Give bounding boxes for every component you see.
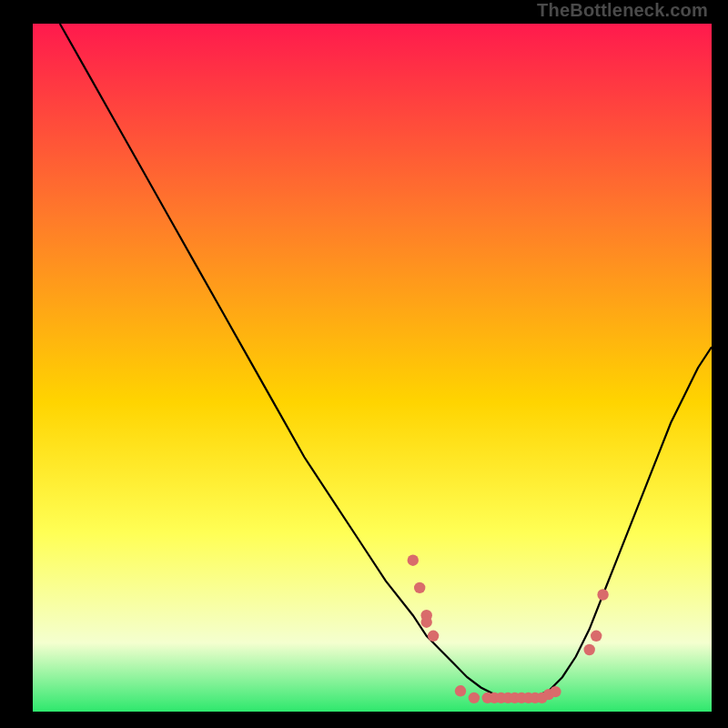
data-point — [414, 582, 425, 593]
data-point — [408, 555, 419, 566]
watermark-text: TheBottleneck.com — [537, 0, 708, 21]
chart-plot — [16, 7, 712, 721]
data-point — [584, 644, 595, 655]
data-point — [455, 685, 466, 696]
data-point — [469, 693, 480, 703]
data-point — [591, 631, 602, 642]
data-point — [421, 617, 432, 628]
data-point — [428, 631, 439, 642]
data-point — [550, 686, 561, 697]
plot-area — [33, 24, 712, 712]
chart-frame — [16, 7, 712, 721]
data-point — [597, 589, 608, 600]
